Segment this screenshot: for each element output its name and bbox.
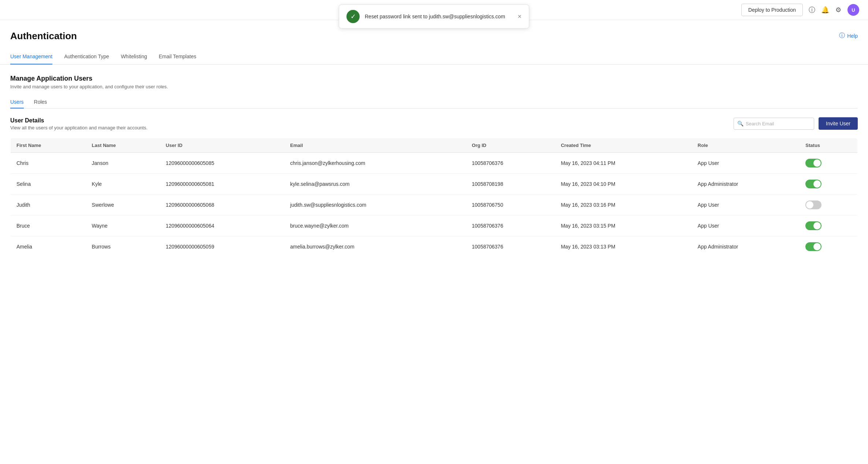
col-last-name: Last Name: [86, 138, 160, 153]
table-header-row: First Name Last Name User ID Email Org I…: [11, 138, 858, 153]
status-toggle[interactable]: [805, 159, 821, 167]
col-status: Status: [800, 138, 857, 153]
cell-status: [800, 195, 857, 216]
user-avatar[interactable]: U: [847, 4, 859, 16]
cell-last-name: Swerlowe: [86, 195, 160, 216]
col-first-name: First Name: [11, 138, 86, 153]
cell-user-id: 12096000000605085: [160, 153, 285, 174]
tab-user-management[interactable]: User Management: [10, 49, 52, 65]
cell-role: App User: [692, 216, 800, 236]
cell-created-time: May 16, 2023 03:16 PM: [555, 195, 691, 216]
cell-email: judith.sw@suppliesnlogistics.com: [284, 195, 466, 216]
cell-role: App Administrator: [692, 174, 800, 195]
search-email-input[interactable]: [734, 118, 814, 130]
col-org-id: Org ID: [466, 138, 555, 153]
table-row: Judith Swerlowe 12096000000605068 judith…: [11, 195, 858, 216]
help-link[interactable]: Help: [847, 33, 858, 39]
toast-message: Reset password link sent to judith.sw@su…: [365, 14, 512, 19]
deploy-button[interactable]: Deploy to Production: [741, 4, 803, 16]
search-wrapper: 🔍: [734, 118, 814, 130]
cell-first-name: Chris: [11, 153, 86, 174]
cell-email: bruce.wayne@zylker.com: [284, 216, 466, 236]
cell-created-time: May 16, 2023 03:13 PM: [555, 236, 691, 257]
cell-user-id: 12096000000605059: [160, 236, 285, 257]
cell-user-id: 12096000000605068: [160, 195, 285, 216]
invite-user-button[interactable]: Invite User: [819, 117, 858, 130]
subtab-users[interactable]: Users: [10, 96, 24, 108]
user-details-actions: 🔍 Invite User: [734, 117, 858, 130]
toast-notification: ✓ Reset password link sent to judith.sw@…: [339, 4, 529, 29]
cell-org-id: 10058706750: [466, 195, 555, 216]
cell-created-time: May 16, 2023 04:10 PM: [555, 174, 691, 195]
cell-role: App User: [692, 195, 800, 216]
tab-authentication-type[interactable]: Authentication Type: [64, 49, 109, 65]
subtab-roles[interactable]: Roles: [34, 96, 47, 108]
cell-first-name: Amelia: [11, 236, 86, 257]
cell-org-id: 10058706376: [466, 216, 555, 236]
cell-first-name: Selina: [11, 174, 86, 195]
cell-created-time: May 16, 2023 03:15 PM: [555, 216, 691, 236]
cell-user-id: 12096000000605064: [160, 216, 285, 236]
cell-org-id: 10058706376: [466, 236, 555, 257]
main-tabs: User Management Authentication Type Whit…: [0, 49, 868, 65]
cell-status: [800, 236, 857, 257]
help-circle-icon-page: ⓘ: [839, 32, 845, 40]
section-subtext: Invite and manage users to your applicat…: [10, 84, 858, 89]
settings-icon[interactable]: ⚙: [834, 6, 842, 14]
toast-close-button[interactable]: ×: [518, 13, 522, 21]
cell-first-name: Judith: [11, 195, 86, 216]
cell-org-id: 10058708198: [466, 174, 555, 195]
section-heading: Manage Application Users: [10, 75, 858, 82]
cell-email: chris.janson@zylkerhousing.com: [284, 153, 466, 174]
help-circle-icon[interactable]: ⓘ: [808, 6, 816, 14]
col-created-time: Created Time: [555, 138, 691, 153]
tab-whitelisting[interactable]: Whitelisting: [121, 49, 147, 65]
search-icon: 🔍: [737, 121, 743, 126]
cell-last-name: Janson: [86, 153, 160, 174]
col-role: Role: [692, 138, 800, 153]
cell-status: [800, 174, 857, 195]
user-table: First Name Last Name User ID Email Org I…: [10, 138, 858, 257]
sub-tabs: Users Roles: [10, 96, 858, 108]
user-details-subtext: View all the users of your application a…: [10, 125, 148, 130]
cell-last-name: Burrows: [86, 236, 160, 257]
user-details-title: User Details: [10, 117, 148, 124]
content-area: Manage Application Users Invite and mana…: [0, 65, 868, 268]
status-toggle[interactable]: [805, 221, 821, 230]
col-email: Email: [284, 138, 466, 153]
user-details-header: User Details View all the users of your …: [10, 117, 858, 130]
page-title: Authentication: [10, 30, 77, 42]
cell-org-id: 10058706376: [466, 153, 555, 174]
cell-last-name: Kyle: [86, 174, 160, 195]
table-row: Chris Janson 12096000000605085 chris.jan…: [11, 153, 858, 174]
cell-last-name: Wayne: [86, 216, 160, 236]
cell-user-id: 12096000000605081: [160, 174, 285, 195]
cell-status: [800, 216, 857, 236]
bell-icon[interactable]: 🔔: [821, 6, 829, 14]
col-user-id: User ID: [160, 138, 285, 153]
cell-email: amelia.burrows@zylker.com: [284, 236, 466, 257]
table-row: Selina Kyle 12096000000605081 kyle.selin…: [11, 174, 858, 195]
cell-first-name: Bruce: [11, 216, 86, 236]
cell-status: [800, 153, 857, 174]
status-toggle[interactable]: [805, 200, 821, 209]
toast-success-icon: ✓: [346, 10, 360, 23]
tab-email-templates[interactable]: Email Templates: [159, 49, 196, 65]
table-row: Amelia Burrows 12096000000605059 amelia.…: [11, 236, 858, 257]
status-toggle[interactable]: [805, 242, 821, 251]
cell-role: App User: [692, 153, 800, 174]
table-row: Bruce Wayne 12096000000605064 bruce.wayn…: [11, 216, 858, 236]
cell-created-time: May 16, 2023 04:11 PM: [555, 153, 691, 174]
cell-email: kyle.selina@pawsrus.com: [284, 174, 466, 195]
status-toggle[interactable]: [805, 180, 821, 188]
cell-role: App Administrator: [692, 236, 800, 257]
